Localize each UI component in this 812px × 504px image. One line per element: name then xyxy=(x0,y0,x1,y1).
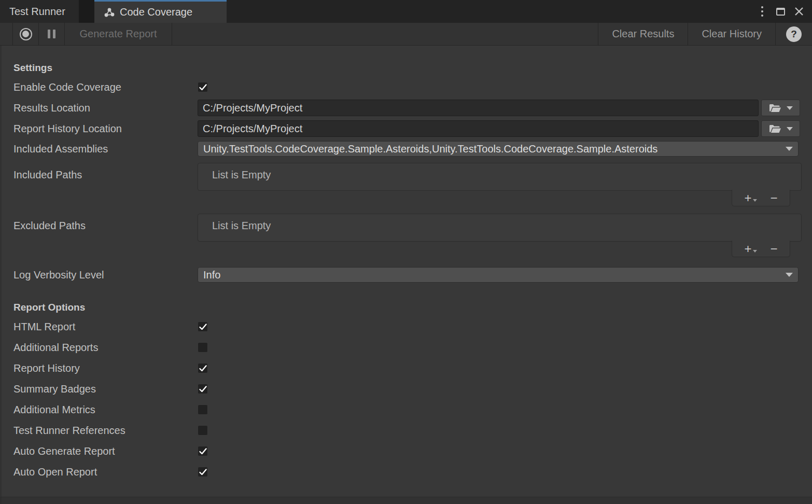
log-verbosity-label: Log Verbosity Level xyxy=(2,269,198,281)
report-option-label: Auto Open Report xyxy=(2,466,198,478)
report-option-row: Auto Generate Report xyxy=(2,441,812,461)
report-history-location-label: Report History Location xyxy=(2,123,198,135)
clear-results-button[interactable]: Clear Results xyxy=(598,23,688,45)
included-paths-label: Included Paths xyxy=(2,169,198,181)
excluded-paths-list-footer: + − xyxy=(732,241,790,257)
report-option-label: Additional Reports xyxy=(2,342,198,354)
dropdown-arrow-icon xyxy=(786,147,793,151)
report-option-row: Test Runner References xyxy=(2,420,812,441)
folder-icon xyxy=(769,124,781,133)
report-option-row: Summary Badges xyxy=(2,379,812,399)
results-location-label: Results Location xyxy=(2,102,198,114)
report-option-checkbox[interactable] xyxy=(198,363,208,373)
report-option-label: Additional Metrics xyxy=(2,404,198,416)
folder-dropdown-arrow-icon xyxy=(787,106,793,110)
report-option-row: Report History xyxy=(2,358,812,379)
toolbar: Generate Report Clear Results Clear Hist… xyxy=(0,23,812,46)
report-options-header: Report Options xyxy=(2,299,812,316)
toolbar-pad xyxy=(0,23,12,45)
excluded-paths-list[interactable]: List is Empty xyxy=(198,214,802,242)
code-coverage-icon xyxy=(104,7,115,18)
window-controls xyxy=(755,0,812,23)
tab-separator xyxy=(79,0,94,23)
excluded-paths-block: Excluded Paths List is Empty + − xyxy=(2,214,812,257)
window-bottom-bar xyxy=(0,497,812,504)
report-option-row: Additional Reports xyxy=(2,337,812,358)
main-content: Settings Enable Code Coverage Results Lo… xyxy=(0,46,812,497)
plus-icon: + xyxy=(744,243,751,255)
folder-dropdown-arrow-icon xyxy=(787,127,793,131)
report-history-location-row: Report History Location C:/Projects/MyPr… xyxy=(2,118,812,139)
report-option-checkbox[interactable] xyxy=(198,404,208,415)
report-options-list: HTML Report Additional Reports Report Hi… xyxy=(2,316,812,482)
add-path-button[interactable]: + xyxy=(744,192,757,204)
log-verbosity-row: Log Verbosity Level Info xyxy=(2,264,812,285)
generate-report-button[interactable]: Generate Report xyxy=(65,23,172,45)
included-paths-block: Included Paths List is Empty + − xyxy=(2,163,812,206)
minus-icon: − xyxy=(771,243,778,255)
plus-icon: + xyxy=(744,192,751,204)
pause-icon xyxy=(48,30,55,38)
minus-icon: − xyxy=(771,192,778,204)
report-option-row: Auto Open Report xyxy=(2,461,812,482)
report-option-label: Summary Badges xyxy=(2,383,198,395)
report-option-label: Report History xyxy=(2,362,198,374)
plus-dropdown-caret-icon xyxy=(753,250,757,253)
tab-bar: Test Runner Code Coverage xyxy=(0,0,812,23)
report-option-label: Auto Generate Report xyxy=(2,445,198,457)
code-coverage-window: Test Runner Code Coverage xyxy=(0,0,812,504)
included-assemblies-label: Included Assemblies xyxy=(2,143,198,155)
help-button[interactable]: ? xyxy=(776,23,812,45)
settings-header: Settings xyxy=(2,59,812,77)
report-history-folder-button[interactable] xyxy=(761,120,800,137)
enable-code-coverage-row: Enable Code Coverage xyxy=(2,77,812,97)
add-path-button[interactable]: + xyxy=(744,243,757,255)
included-assemblies-dropdown[interactable]: Unity.TestTools.CodeCoverage.Sample.Aste… xyxy=(198,141,799,157)
plus-dropdown-caret-icon xyxy=(753,199,757,202)
help-icon: ? xyxy=(786,26,802,42)
log-verbosity-dropdown[interactable]: Info xyxy=(198,267,799,283)
results-location-folder-button[interactable] xyxy=(761,100,800,116)
dropdown-arrow-icon xyxy=(786,273,793,277)
tab-bar-spacer xyxy=(227,0,755,23)
report-option-checkbox[interactable] xyxy=(198,446,208,456)
report-option-row: Additional Metrics xyxy=(2,399,812,420)
tab-test-runner[interactable]: Test Runner xyxy=(0,0,79,23)
tab-code-coverage[interactable]: Code Coverage xyxy=(94,0,227,23)
report-option-checkbox[interactable] xyxy=(198,321,208,332)
excluded-paths-label: Excluded Paths xyxy=(2,220,198,232)
included-assemblies-row: Included Assemblies Unity.TestTools.Code… xyxy=(2,139,812,159)
included-paths-list[interactable]: List is Empty xyxy=(198,163,802,191)
report-option-label: Test Runner References xyxy=(2,425,198,437)
record-icon xyxy=(20,28,32,40)
folder-icon xyxy=(769,104,781,113)
report-option-label: HTML Report xyxy=(2,321,198,333)
report-option-checkbox[interactable] xyxy=(198,467,208,477)
enable-code-coverage-checkbox[interactable] xyxy=(198,82,208,92)
remove-path-button[interactable]: − xyxy=(771,192,778,204)
report-option-checkbox[interactable] xyxy=(198,425,208,436)
maximize-icon[interactable] xyxy=(776,8,785,16)
pause-button[interactable] xyxy=(39,23,64,45)
included-paths-list-footer: + − xyxy=(732,190,790,206)
report-option-checkbox[interactable] xyxy=(198,384,208,394)
included-assemblies-value: Unity.TestTools.CodeCoverage.Sample.Aste… xyxy=(203,143,786,155)
report-option-row: HTML Report xyxy=(2,316,812,337)
enable-code-coverage-label: Enable Code Coverage xyxy=(2,81,198,93)
log-verbosity-value: Info xyxy=(203,269,786,281)
close-icon[interactable] xyxy=(792,4,806,19)
window-menu-icon[interactable] xyxy=(755,4,769,19)
results-location-row: Results Location C:/Projects/MyProject xyxy=(2,97,812,118)
tab-test-runner-label: Test Runner xyxy=(9,6,65,18)
toolbar-spacer xyxy=(172,23,598,45)
tab-code-coverage-label: Code Coverage xyxy=(120,6,192,18)
clear-history-button[interactable]: Clear History xyxy=(688,23,775,45)
report-option-checkbox[interactable] xyxy=(198,342,208,353)
results-location-input[interactable]: C:/Projects/MyProject xyxy=(198,100,759,116)
report-history-location-input[interactable]: C:/Projects/MyProject xyxy=(198,120,759,137)
record-button[interactable] xyxy=(13,23,38,45)
remove-path-button[interactable]: − xyxy=(771,243,778,255)
